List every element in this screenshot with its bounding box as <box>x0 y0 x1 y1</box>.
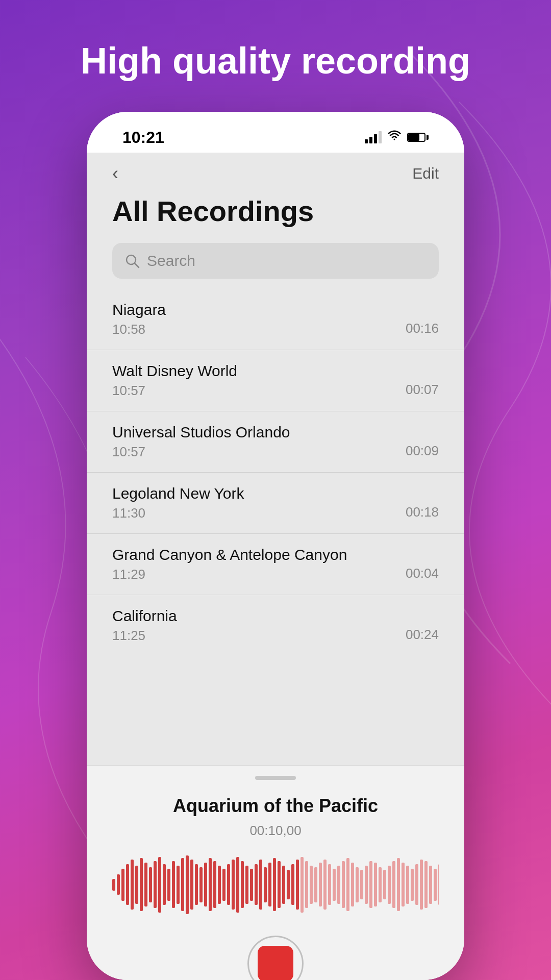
player-handle[interactable] <box>255 776 296 780</box>
waveform-bar <box>190 860 193 910</box>
waveform-bar <box>420 860 423 910</box>
waveform-bar <box>259 860 262 910</box>
waveform-bar <box>232 860 235 910</box>
waveform-bar <box>305 861 308 908</box>
waveform-bar <box>172 861 175 908</box>
recording-name: California <box>112 607 177 625</box>
waveform-bar <box>438 864 439 905</box>
wifi-icon <box>388 130 401 144</box>
waveform-bar <box>365 866 368 904</box>
status-icons <box>365 130 429 144</box>
recording-item[interactable]: Legoland New York 11:30 00:18 <box>87 473 464 534</box>
recording-name: Legoland New York <box>112 485 244 502</box>
waveform-bar <box>323 860 327 910</box>
recording-timestamp: 10:58 <box>112 322 166 337</box>
waveform-bar <box>392 861 395 908</box>
waveform-bar <box>227 864 230 905</box>
recording-timestamp: 10:57 <box>112 383 237 399</box>
waveform-bar <box>264 867 267 902</box>
waveform-bar <box>278 861 281 908</box>
recording-name: Niagara <box>112 301 166 318</box>
recording-name: Universal Studios Orlando <box>112 424 290 441</box>
waveform-bar <box>163 864 166 905</box>
edit-button[interactable]: Edit <box>412 165 439 182</box>
recording-item[interactable]: Universal Studios Orlando 10:57 00:09 <box>87 411 464 473</box>
recording-info: Universal Studios Orlando 10:57 <box>112 424 290 460</box>
recording-info: Legoland New York 11:30 <box>112 485 244 521</box>
waveform-bar <box>328 864 331 905</box>
waveform-bar <box>186 855 189 914</box>
waveform-bar <box>282 866 285 904</box>
player-title: Aquarium of the Pacific <box>112 795 439 817</box>
waveform-bar <box>319 863 322 906</box>
waveform-bar <box>135 866 138 904</box>
waveform-bar <box>397 858 400 911</box>
waveform-bar <box>126 864 129 905</box>
signal-icon <box>365 131 382 143</box>
player-timestamp: 00:10,00 <box>112 823 439 839</box>
phone-top: 10:21 <box>87 112 464 153</box>
recording-timestamp: 10:57 <box>112 444 290 460</box>
waveform-bar <box>406 866 409 904</box>
waveform-bar <box>434 869 437 901</box>
waveform-bar <box>379 867 382 902</box>
waveform-bar <box>415 864 418 905</box>
recording-duration: 00:18 <box>406 504 439 521</box>
waveform-bar <box>337 866 340 904</box>
waveform-bar <box>255 864 258 905</box>
record-stop-icon <box>258 946 293 980</box>
waveform-bar <box>300 857 304 913</box>
signal-bar-4 <box>379 131 382 143</box>
waveform-bar <box>149 867 152 902</box>
waveform-bar <box>236 857 239 913</box>
record-button-container <box>112 936 439 980</box>
search-bar[interactable]: Search <box>112 243 439 279</box>
recording-duration: 00:09 <box>406 443 439 460</box>
back-button[interactable]: ‹ <box>112 163 118 184</box>
waveform-bar <box>388 866 391 904</box>
waveform-bar <box>424 861 428 908</box>
screen-title: All Recordings <box>87 189 464 243</box>
recording-item[interactable]: Grand Canyon & Antelope Canyon 11:29 00:… <box>87 534 464 595</box>
recording-timestamp: 11:30 <box>112 505 244 521</box>
status-bar: 10:21 <box>117 122 434 153</box>
recording-item[interactable]: Walt Disney World 10:57 00:07 <box>87 350 464 411</box>
recording-name: Grand Canyon & Antelope Canyon <box>112 546 347 564</box>
recording-duration: 00:24 <box>406 627 439 644</box>
recording-duration: 00:07 <box>406 382 439 399</box>
recording-info: Walt Disney World 10:57 <box>112 362 237 399</box>
recordings-list: Niagara 10:58 00:16 Walt Disney World 10… <box>87 289 464 656</box>
waveform-bar <box>204 863 207 906</box>
waveform-bar <box>346 858 349 911</box>
waveform-bar <box>158 857 161 913</box>
recording-item[interactable]: California 11:25 00:24 <box>87 595 464 656</box>
status-time: 10:21 <box>122 128 164 147</box>
search-icon <box>124 253 140 268</box>
svg-line-1 <box>135 263 139 267</box>
search-placeholder: Search <box>147 252 195 270</box>
waveform-bar <box>121 869 124 901</box>
waveform-bar <box>296 860 299 910</box>
record-stop-button[interactable] <box>247 936 304 980</box>
recording-info: Grand Canyon & Antelope Canyon 11:29 <box>112 546 347 582</box>
recording-name: Walt Disney World <box>112 362 237 380</box>
waveform-bar <box>154 861 157 908</box>
waveform-bar <box>374 863 377 906</box>
app-screen: ‹ Edit All Recordings Search Niagara 10:… <box>87 153 464 765</box>
waveform-bar <box>213 861 216 908</box>
waveform-bar <box>195 864 198 905</box>
waveform-bar <box>342 861 345 908</box>
waveform-bar <box>273 858 276 911</box>
waveform[interactable] <box>112 854 439 915</box>
waveform-bar <box>199 867 203 902</box>
waveform-bar <box>291 864 294 905</box>
recording-item[interactable]: Niagara 10:58 00:16 <box>87 289 464 350</box>
waveform-bar <box>112 879 115 891</box>
waveform-bar <box>209 858 212 911</box>
page-headline: High quality recording <box>81 41 470 81</box>
battery-icon <box>407 133 429 142</box>
waveform-bar <box>351 863 354 906</box>
waveform-bar <box>287 870 290 899</box>
waveform-bar <box>131 860 134 910</box>
signal-bar-3 <box>374 134 377 143</box>
